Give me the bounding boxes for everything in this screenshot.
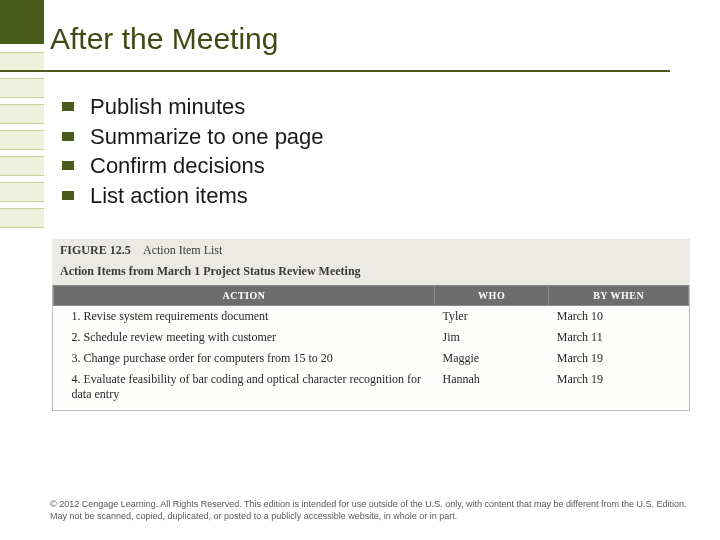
figure-title: Action Item List	[143, 243, 222, 257]
slide-title: After the Meeting	[50, 22, 700, 64]
list-item: Confirm decisions	[62, 151, 700, 181]
list-item: Publish minutes	[62, 92, 700, 122]
bullet-list: Publish minutes Summarize to one page Co…	[62, 92, 700, 211]
cell-action: 2. Schedule review meeting with customer	[54, 327, 435, 348]
list-item: List action items	[62, 181, 700, 211]
cell-who: Maggie	[435, 348, 549, 369]
action-table: ACTION WHO BY WHEN 1. Revise system requ…	[53, 285, 689, 410]
col-when: BY WHEN	[549, 285, 689, 305]
figure-block: FIGURE 12.5 Action Item List Action Item…	[52, 239, 690, 411]
cell-when: March 10	[549, 305, 689, 327]
cell-who: Tyler	[435, 305, 549, 327]
table-header-row: ACTION WHO BY WHEN	[54, 285, 689, 305]
copyright-text: © 2012 Cengage Learning. All Rights Rese…	[50, 498, 696, 522]
title-underline	[0, 70, 670, 72]
corner-accent	[0, 0, 44, 44]
figure-label: FIGURE 12.5 Action Item List	[52, 239, 690, 262]
cell-who: Jim	[435, 327, 549, 348]
col-action: ACTION	[54, 285, 435, 305]
action-table-wrap: ACTION WHO BY WHEN 1. Revise system requ…	[52, 285, 690, 411]
cell-action: 1. Revise system requirements document	[54, 305, 435, 327]
figure-subtitle: Action Items from March 1 Project Status…	[52, 262, 690, 285]
cell-who: Hannah	[435, 369, 549, 410]
table-row: 1. Revise system requirements document T…	[54, 305, 689, 327]
list-item: Summarize to one page	[62, 122, 700, 152]
cell-action: 3. Change purchase order for computers f…	[54, 348, 435, 369]
cell-action: 4. Evaluate feasibility of bar coding an…	[54, 369, 435, 410]
slide-body: Publish minutes Summarize to one page Co…	[50, 92, 700, 530]
figure-number: FIGURE 12.5	[60, 243, 131, 257]
table-row: 4. Evaluate feasibility of bar coding an…	[54, 369, 689, 410]
table-row: 3. Change purchase order for computers f…	[54, 348, 689, 369]
table-row: 2. Schedule review meeting with customer…	[54, 327, 689, 348]
col-who: WHO	[435, 285, 549, 305]
cell-when: March 19	[549, 369, 689, 410]
cell-when: March 19	[549, 348, 689, 369]
cell-when: March 11	[549, 327, 689, 348]
side-decoration	[0, 52, 44, 234]
